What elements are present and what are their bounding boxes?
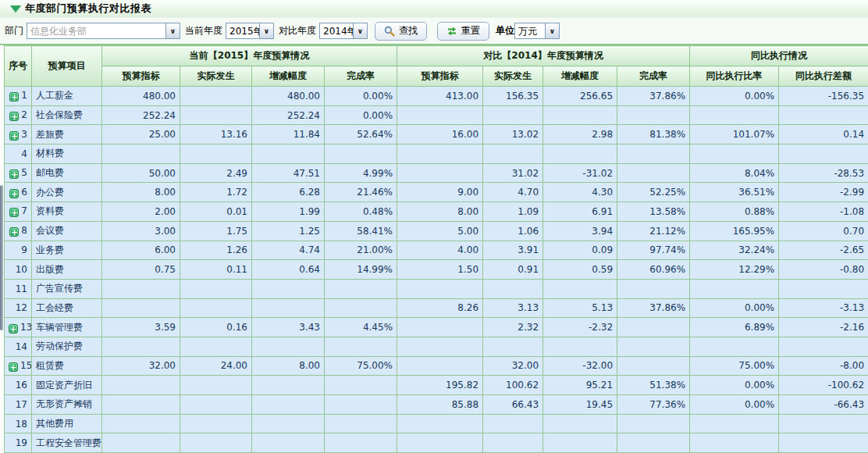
value-cell: 11.84 bbox=[252, 125, 325, 144]
value-cell bbox=[543, 433, 617, 453]
value-cell bbox=[252, 376, 325, 395]
dept-label: 部门 bbox=[5, 24, 23, 37]
value-cell bbox=[483, 144, 543, 164]
unit-select[interactable]: 万元 ∨ bbox=[514, 23, 560, 39]
value-cell: -8.00 bbox=[779, 356, 868, 376]
value-cell bbox=[397, 318, 483, 337]
row-number: 6 bbox=[21, 187, 27, 198]
value-cell bbox=[397, 433, 483, 453]
value-cell: 25.00 bbox=[102, 125, 180, 144]
value-cell: 4.00 bbox=[397, 241, 483, 260]
value-cell bbox=[325, 144, 397, 164]
row-number: 15 bbox=[20, 360, 32, 371]
row-number: 18 bbox=[16, 419, 27, 430]
expand-plus-icon[interactable]: + bbox=[9, 324, 18, 334]
value-cell: 0.00% bbox=[690, 298, 779, 318]
value-cell bbox=[180, 414, 252, 433]
value-cell bbox=[102, 395, 180, 415]
value-cell: 6.89% bbox=[690, 318, 779, 337]
chevron-down-icon[interactable]: ∨ bbox=[545, 23, 559, 38]
value-cell: 0.09 bbox=[543, 241, 617, 260]
value-cell: 36.51% bbox=[690, 183, 779, 202]
unit-label: 单位 bbox=[496, 24, 514, 37]
seq-cell: +1 bbox=[5, 87, 32, 106]
value-cell: 480.00 bbox=[252, 87, 325, 106]
budget-item-name: 广告宣传费 bbox=[32, 279, 102, 298]
value-cell: 21.12% bbox=[617, 221, 690, 241]
current-year-select[interactable]: 2015年 ∨ bbox=[226, 23, 274, 39]
expand-plus-icon[interactable]: + bbox=[9, 131, 19, 141]
table-row: +13车辆管理费3.590.163.434.45%2.32-2.326.89%-… bbox=[5, 318, 868, 337]
dept-select[interactable]: 信息化业务部 ∨ bbox=[27, 23, 180, 39]
search-button-label: 查找 bbox=[399, 24, 418, 37]
value-cell bbox=[397, 279, 483, 298]
value-cell: 252.24 bbox=[252, 105, 325, 125]
value-cell: 195.82 bbox=[397, 376, 483, 395]
row-number: 1 bbox=[21, 90, 27, 101]
header-seq: 序号 bbox=[5, 46, 32, 87]
value-cell: 75.00% bbox=[690, 356, 779, 376]
value-cell bbox=[102, 279, 180, 298]
title-bar: 年度部门预算执行对比报表 bbox=[0, 0, 868, 18]
table-row: 10出版费0.750.110.6414.99%1.500.910.5960.96… bbox=[5, 260, 868, 280]
value-cell bbox=[779, 144, 868, 164]
budget-item-name: 人工薪金 bbox=[32, 87, 102, 106]
chevron-down-icon[interactable]: ∨ bbox=[353, 23, 367, 38]
seq-cell: 11 bbox=[5, 279, 32, 298]
value-cell: 6.28 bbox=[252, 183, 325, 202]
value-cell: 97.74% bbox=[617, 241, 690, 260]
value-cell: 0.64 bbox=[252, 260, 325, 280]
value-cell bbox=[325, 433, 397, 453]
expand-plus-icon[interactable]: + bbox=[9, 208, 19, 217]
value-cell bbox=[483, 414, 543, 433]
header-group-current: 当前【2015】年度预算情况 bbox=[102, 46, 397, 66]
chevron-down-icon[interactable]: ∨ bbox=[165, 23, 180, 38]
value-cell: -0.80 bbox=[779, 260, 868, 280]
expand-plus-icon[interactable]: + bbox=[9, 112, 19, 121]
value-cell: 32.24% bbox=[690, 241, 779, 260]
value-cell bbox=[617, 337, 690, 356]
triangle-down-icon[interactable] bbox=[10, 5, 21, 12]
value-cell: 5.13 bbox=[543, 298, 617, 318]
budget-item-name: 劳动保护费 bbox=[32, 337, 102, 356]
value-cell: 47.51 bbox=[252, 163, 325, 183]
value-cell: 66.43 bbox=[483, 395, 543, 415]
table-row: +3差旅费25.0013.1611.8452.64%16.0013.022.98… bbox=[5, 125, 868, 144]
value-cell: 413.00 bbox=[397, 87, 483, 106]
reset-button[interactable]: 重置 bbox=[437, 22, 489, 41]
compare-year-select[interactable]: 2014年 ∨ bbox=[319, 23, 368, 39]
expand-plus-icon[interactable]: + bbox=[9, 92, 19, 102]
page-title: 年度部门预算执行对比报表 bbox=[25, 2, 151, 16]
value-cell bbox=[690, 414, 779, 433]
value-cell bbox=[779, 279, 868, 298]
seq-cell: +8 bbox=[5, 221, 32, 241]
table-body: +1人工薪金480.00480.000.00%413.00156.35256.6… bbox=[5, 87, 868, 453]
value-cell bbox=[690, 144, 779, 164]
value-cell: 0.59 bbox=[543, 260, 617, 280]
search-button[interactable]: 查找 bbox=[375, 22, 427, 41]
value-cell: 9.00 bbox=[397, 183, 483, 202]
left-scrollbar-thumb[interactable] bbox=[0, 185, 3, 330]
value-cell: 21.00% bbox=[325, 241, 397, 260]
value-cell bbox=[397, 337, 483, 356]
value-cell: 1.06 bbox=[483, 221, 543, 241]
value-cell: 165.95% bbox=[690, 221, 779, 241]
budget-item-name: 材料费 bbox=[32, 144, 102, 164]
value-cell bbox=[325, 279, 397, 298]
budget-item-name: 出版费 bbox=[32, 260, 102, 280]
table-row: +8会议费3.001.751.2558.41%5.001.063.9421.12… bbox=[5, 221, 868, 241]
value-cell: 0.11 bbox=[180, 260, 252, 280]
table-row: 14劳动保护费 bbox=[5, 337, 868, 356]
value-cell bbox=[779, 337, 868, 356]
expand-plus-icon[interactable]: + bbox=[9, 227, 19, 237]
table-row: 9业务费6.001.264.7421.00%4.003.910.0997.74%… bbox=[5, 241, 868, 260]
expand-plus-icon[interactable]: + bbox=[9, 362, 18, 372]
expand-plus-icon[interactable]: + bbox=[9, 169, 19, 179]
value-cell bbox=[543, 414, 617, 433]
value-cell bbox=[483, 105, 543, 125]
value-cell bbox=[690, 433, 779, 453]
value-cell: 1.09 bbox=[483, 202, 543, 222]
expand-plus-icon[interactable]: + bbox=[9, 189, 19, 198]
table-row: 4材料费 bbox=[5, 144, 868, 164]
chevron-down-icon[interactable]: ∨ bbox=[259, 23, 273, 38]
